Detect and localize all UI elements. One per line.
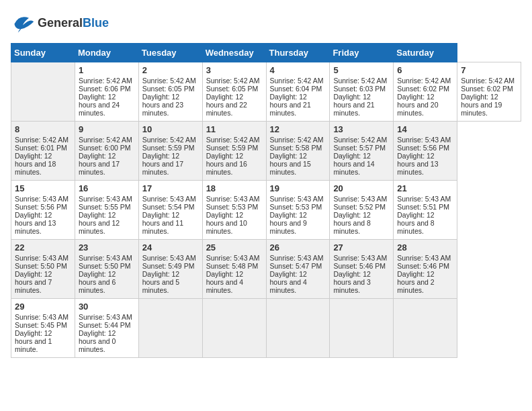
logo-label: GeneralBlue bbox=[38, 16, 109, 30]
calendar-day-cell: 11Sunrise: 5:42 AMSunset: 5:59 PMDayligh… bbox=[202, 122, 266, 181]
daylight-text: Daylight: 12 hours and 20 minutes. bbox=[397, 93, 453, 117]
sunset-text: Sunset: 5:53 PM bbox=[270, 203, 326, 211]
calendar-week-row: 8Sunrise: 5:42 AMSunset: 6:01 PMDaylight… bbox=[11, 122, 521, 181]
daylight-text: Daylight: 12 hours and 21 minutes. bbox=[270, 93, 326, 117]
day-number: 28 bbox=[397, 242, 453, 253]
sunrise-text: Sunrise: 5:43 AM bbox=[270, 254, 326, 262]
weekday-header-row: SundayMondayTuesdayWednesdayThursdayFrid… bbox=[11, 44, 521, 62]
sunrise-text: Sunrise: 5:43 AM bbox=[206, 195, 263, 203]
calendar-day-cell: 5Sunrise: 5:42 AMSunset: 6:03 PMDaylight… bbox=[330, 62, 394, 122]
day-number: 12 bbox=[270, 124, 326, 134]
day-number: 24 bbox=[142, 242, 199, 253]
weekday-header-sunday: Sunday bbox=[11, 44, 75, 62]
calendar-empty-cell bbox=[138, 299, 202, 358]
daylight-text: Daylight: 12 hours and 19 minutes. bbox=[461, 93, 517, 117]
sunset-text: Sunset: 5:56 PM bbox=[15, 203, 71, 211]
calendar-day-cell: 8Sunrise: 5:42 AMSunset: 6:01 PMDaylight… bbox=[11, 122, 75, 181]
weekday-header-saturday: Saturday bbox=[394, 44, 457, 62]
calendar-day-cell: 21Sunrise: 5:43 AMSunset: 5:51 PMDayligh… bbox=[394, 181, 457, 240]
calendar-day-cell: 13Sunrise: 5:42 AMSunset: 5:57 PMDayligh… bbox=[330, 122, 394, 181]
day-number: 17 bbox=[142, 183, 199, 193]
daylight-text: Daylight: 12 hours and 23 minutes. bbox=[142, 93, 199, 117]
day-number: 15 bbox=[15, 183, 71, 193]
calendar-week-row: 22Sunrise: 5:43 AMSunset: 5:50 PMDayligh… bbox=[11, 240, 521, 299]
sunrise-text: Sunrise: 5:43 AM bbox=[270, 195, 326, 203]
day-number: 23 bbox=[79, 242, 135, 253]
calendar-day-cell: 25Sunrise: 5:43 AMSunset: 5:48 PMDayligh… bbox=[202, 240, 266, 299]
calendar-day-cell: 2Sunrise: 5:42 AMSunset: 6:05 PMDaylight… bbox=[138, 62, 202, 122]
calendar-day-cell: 22Sunrise: 5:43 AMSunset: 5:50 PMDayligh… bbox=[11, 240, 75, 299]
calendar-empty-cell bbox=[11, 62, 75, 122]
sunrise-text: Sunrise: 5:43 AM bbox=[397, 254, 453, 262]
sunset-text: Sunset: 5:55 PM bbox=[79, 203, 135, 211]
day-number: 11 bbox=[206, 124, 263, 134]
sunrise-text: Sunrise: 5:42 AM bbox=[333, 77, 390, 85]
calendar-day-cell: 1Sunrise: 5:42 AMSunset: 6:06 PMDaylight… bbox=[75, 62, 138, 122]
sunrise-text: Sunrise: 5:43 AM bbox=[79, 313, 135, 321]
sunset-text: Sunset: 5:59 PM bbox=[142, 144, 199, 152]
sunset-text: Sunset: 5:57 PM bbox=[333, 144, 390, 152]
sunrise-text: Sunrise: 5:42 AM bbox=[79, 77, 135, 85]
weekday-header-tuesday: Tuesday bbox=[138, 44, 202, 62]
sunrise-text: Sunrise: 5:43 AM bbox=[142, 254, 199, 262]
calendar-day-cell: 19Sunrise: 5:43 AMSunset: 5:53 PMDayligh… bbox=[266, 181, 330, 240]
day-number: 10 bbox=[142, 124, 199, 134]
daylight-text: Daylight: 12 hours and 13 minutes. bbox=[397, 152, 453, 176]
sunrise-text: Sunrise: 5:42 AM bbox=[15, 136, 71, 144]
sunrise-text: Sunrise: 5:43 AM bbox=[397, 136, 453, 144]
daylight-text: Daylight: 12 hours and 8 minutes. bbox=[333, 211, 390, 235]
day-number: 20 bbox=[333, 183, 390, 193]
sunset-text: Sunset: 5:50 PM bbox=[79, 262, 135, 270]
calendar-day-cell: 4Sunrise: 5:42 AMSunset: 6:04 PMDaylight… bbox=[266, 62, 330, 122]
sunrise-text: Sunrise: 5:43 AM bbox=[333, 195, 390, 203]
daylight-text: Daylight: 12 hours and 9 minutes. bbox=[270, 211, 326, 235]
sunset-text: Sunset: 5:49 PM bbox=[142, 262, 199, 270]
weekday-header-thursday: Thursday bbox=[266, 44, 330, 62]
sunset-text: Sunset: 6:03 PM bbox=[333, 85, 390, 93]
sunset-text: Sunset: 5:52 PM bbox=[333, 203, 390, 211]
sunset-text: Sunset: 6:05 PM bbox=[206, 85, 263, 93]
day-number: 29 bbox=[15, 302, 71, 312]
sunrise-text: Sunrise: 5:43 AM bbox=[15, 254, 71, 262]
sunset-text: Sunset: 5:50 PM bbox=[15, 262, 71, 270]
sunset-text: Sunset: 5:59 PM bbox=[206, 144, 263, 152]
calendar-day-cell: 9Sunrise: 5:42 AMSunset: 6:00 PMDaylight… bbox=[75, 122, 138, 181]
calendar-day-cell: 27Sunrise: 5:43 AMSunset: 5:46 PMDayligh… bbox=[330, 240, 394, 299]
calendar-week-row: 29Sunrise: 5:43 AMSunset: 5:45 PMDayligh… bbox=[11, 299, 521, 358]
daylight-text: Daylight: 12 hours and 8 minutes. bbox=[397, 211, 453, 235]
day-number: 16 bbox=[79, 183, 135, 193]
sunset-text: Sunset: 5:54 PM bbox=[142, 203, 199, 211]
logo: GeneralBlue bbox=[11, 11, 109, 35]
daylight-text: Daylight: 12 hours and 22 minutes. bbox=[206, 93, 263, 117]
sunrise-text: Sunrise: 5:43 AM bbox=[142, 195, 199, 203]
calendar-empty-cell bbox=[266, 299, 330, 358]
daylight-text: Daylight: 12 hours and 5 minutes. bbox=[142, 270, 199, 294]
day-number: 1 bbox=[79, 65, 135, 75]
day-number: 4 bbox=[270, 65, 326, 75]
sunset-text: Sunset: 5:58 PM bbox=[270, 144, 326, 152]
sunrise-text: Sunrise: 5:43 AM bbox=[206, 254, 263, 262]
day-number: 3 bbox=[206, 65, 263, 75]
day-number: 9 bbox=[79, 124, 135, 134]
calendar-day-cell: 16Sunrise: 5:43 AMSunset: 5:55 PMDayligh… bbox=[75, 181, 138, 240]
sunrise-text: Sunrise: 5:42 AM bbox=[461, 77, 517, 85]
sunset-text: Sunset: 5:53 PM bbox=[206, 203, 263, 211]
day-number: 14 bbox=[397, 124, 453, 134]
calendar-day-cell: 17Sunrise: 5:43 AMSunset: 5:54 PMDayligh… bbox=[138, 181, 202, 240]
calendar-empty-cell bbox=[202, 299, 266, 358]
day-number: 18 bbox=[206, 183, 263, 193]
calendar-day-cell: 26Sunrise: 5:43 AMSunset: 5:47 PMDayligh… bbox=[266, 240, 330, 299]
sunset-text: Sunset: 6:04 PM bbox=[270, 85, 326, 93]
day-number: 2 bbox=[142, 65, 199, 75]
daylight-text: Daylight: 12 hours and 10 minutes. bbox=[206, 211, 263, 235]
sunrise-text: Sunrise: 5:43 AM bbox=[79, 254, 135, 262]
sunrise-text: Sunrise: 5:43 AM bbox=[15, 195, 71, 203]
sunset-text: Sunset: 5:45 PM bbox=[15, 321, 71, 329]
daylight-text: Daylight: 12 hours and 13 minutes. bbox=[15, 211, 71, 235]
calendar-day-cell: 29Sunrise: 5:43 AMSunset: 5:45 PMDayligh… bbox=[11, 299, 75, 358]
calendar-day-cell: 15Sunrise: 5:43 AMSunset: 5:56 PMDayligh… bbox=[11, 181, 75, 240]
day-number: 6 bbox=[397, 65, 453, 75]
sunset-text: Sunset: 5:47 PM bbox=[270, 262, 326, 270]
calendar-day-cell: 24Sunrise: 5:43 AMSunset: 5:49 PMDayligh… bbox=[138, 240, 202, 299]
sunrise-text: Sunrise: 5:43 AM bbox=[397, 195, 453, 203]
